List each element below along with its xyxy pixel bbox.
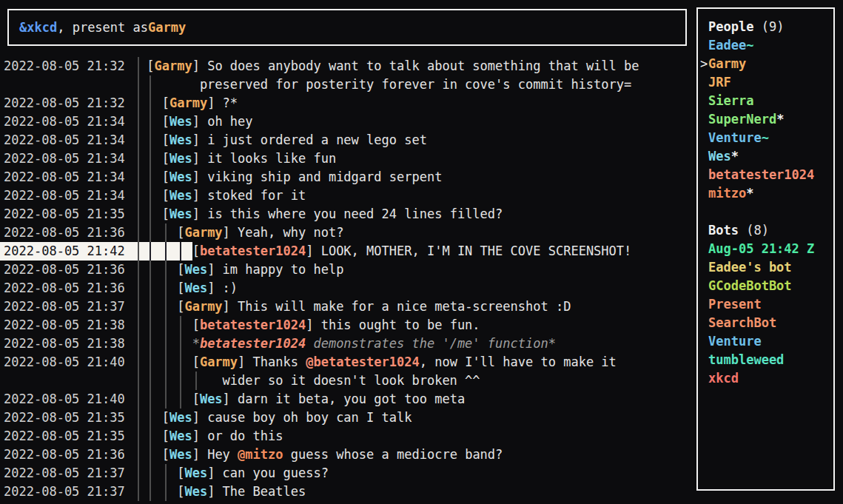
- chat-message-row[interactable]: 2022-08-05 21:35[Wes] or do this: [0, 427, 692, 446]
- indent-pad: [139, 298, 147, 316]
- bot-item-present[interactable]: Present: [700, 295, 833, 314]
- person-item-mitzo[interactable]: mitzo*: [700, 184, 833, 203]
- thread-indent-guide: [162, 242, 177, 261]
- chat-message-row[interactable]: 2022-08-05 21:36[Wes] :): [0, 279, 692, 298]
- thread-indent-guide: [162, 372, 177, 390]
- person-item-garmy[interactable]: >Garmy: [700, 55, 833, 73]
- indent-pad: [139, 149, 147, 168]
- person-item-jrf[interactable]: JRF: [700, 73, 833, 92]
- chat-message-row[interactable]: 2022-08-05 21:34[Wes] it looks like fun: [0, 149, 692, 168]
- chat-message-row[interactable]: 2022-08-05 21:34[Wes] viking ship and mi…: [0, 168, 692, 187]
- chat-message-row[interactable]: 2022-08-05 21:34[Wes] stoked for it: [0, 187, 692, 205]
- marker-spacer: [700, 314, 708, 332]
- person-item-venture[interactable]: Venture~: [700, 129, 833, 147]
- marker-spacer: [700, 277, 708, 295]
- bot-item-eadee-s-bot[interactable]: Eadee's bot: [700, 258, 833, 277]
- message-timestamp: 2022-08-05 21:42: [0, 242, 138, 261]
- message-text: [: [192, 392, 200, 406]
- bot-item-gcodebotbot[interactable]: GCodeBotBot: [700, 277, 833, 295]
- chat-message-row[interactable]: 2022-08-05 21:37[Wes] can you guess?: [0, 464, 692, 483]
- message-body: [Wes] it looks like fun: [138, 149, 692, 168]
- thread-indent-guide: [147, 131, 161, 149]
- chat-message-row[interactable]: 2022-08-05 21:36[Wes] im happy to help: [0, 261, 692, 279]
- person-name: Eadee: [708, 36, 746, 55]
- chat-message-row[interactable]: 2022-08-05 21:36[Wes] Hey @mitzo guess w…: [0, 446, 692, 464]
- marker-spacer: [700, 73, 708, 92]
- person-name: betatester1024: [708, 166, 814, 184]
- message-nick: Wes: [169, 410, 192, 425]
- thread-indent-guide: [177, 242, 192, 261]
- chat-message-row[interactable]: preserved for posterity forever in cove'…: [0, 75, 692, 94]
- bot-item-xkcd[interactable]: xkcd: [700, 369, 833, 388]
- thread-indent-guide: [162, 464, 177, 483]
- thread-indent-guide: [162, 224, 177, 242]
- chat-message-row[interactable]: 2022-08-05 21:38[betatester1024] this ou…: [0, 316, 692, 335]
- status-suffix: ~: [762, 129, 769, 147]
- bot-item-searchbot[interactable]: SearchBot: [700, 314, 833, 332]
- message-text: ] ?*: [207, 95, 238, 110]
- indent-pad: [139, 75, 147, 94]
- mention: @mitzo: [238, 447, 283, 462]
- marker-spacer: [700, 240, 708, 258]
- message-timestamp: 2022-08-05 21:34: [0, 149, 138, 168]
- message-text: ] :): [207, 280, 238, 295]
- person-item-betatester1024[interactable]: betatester1024: [700, 166, 833, 184]
- message-timestamp: 2022-08-05 21:35: [0, 409, 138, 427]
- chat-message-row[interactable]: 2022-08-05 21:36[Garmy] Yeah, why not?: [0, 224, 692, 242]
- indent-pad: [139, 131, 147, 149]
- message-body: [Wes] darn it beta, you got too meta: [138, 390, 692, 409]
- chat-message-row[interactable]: 2022-08-05 21:35[Wes] cause boy oh boy c…: [0, 409, 692, 427]
- chat-message-row[interactable]: 2022-08-05 21:37[Garmy] This will make f…: [0, 298, 692, 316]
- bot-item-tumbleweed[interactable]: tumbleweed: [700, 351, 833, 369]
- bots-title: Bots: [708, 221, 739, 240]
- message-text: ] LOOK, MOTHER, I'M IN THE COVE SCREENSH…: [306, 243, 631, 258]
- chat-message-row[interactable]: 2022-08-05 21:34[Wes] oh hey: [0, 112, 692, 131]
- person-item-supernerd[interactable]: SuperNerd*: [700, 110, 833, 129]
- bot-name: GCodeBotBot: [708, 277, 792, 295]
- chat-message-row[interactable]: wider so it doesn't look broken ^^: [0, 372, 692, 390]
- indent-pad: [139, 316, 147, 335]
- chat-message-row[interactable]: 2022-08-05 21:40[Wes] darn it beta, you …: [0, 390, 692, 409]
- chat-message-row-highlighted[interactable]: 2022-08-05 21:42[betatester1024] LOOK, M…: [0, 242, 692, 261]
- indent-pad: [139, 112, 147, 131]
- indent-pad: [139, 335, 147, 353]
- marker-spacer: [700, 369, 708, 388]
- person-item-wes[interactable]: Wes*: [700, 147, 833, 166]
- chat-message-row[interactable]: 2022-08-05 21:32[Garmy] So does anybody …: [0, 57, 692, 75]
- thread-indent-guide: [162, 483, 177, 501]
- message-text: [: [147, 58, 154, 73]
- message-body: [Wes] im happy to help: [138, 261, 692, 279]
- chat-message-row[interactable]: 2022-08-05 21:34[Wes] i just ordered a n…: [0, 131, 692, 149]
- person-item-eadee[interactable]: Eadee~: [700, 36, 833, 55]
- person-name: Garmy: [708, 55, 746, 73]
- chat-message-row[interactable]: 2022-08-05 21:37[Wes] The Beatles: [0, 483, 692, 501]
- person-name: Venture: [708, 129, 762, 147]
- message-text: ] is this where you need 24 lines filled…: [192, 206, 503, 221]
- thread-indent-guide: [177, 316, 192, 335]
- message-body: [Wes] is this where you need 24 lines fi…: [138, 205, 692, 224]
- indent-pad: [139, 57, 147, 75]
- bot-item-aug-05-21-42-z[interactable]: Aug-05 21:42 Z: [700, 240, 833, 258]
- message-timestamp: 2022-08-05 21:34: [0, 168, 138, 187]
- message-body: [Garmy] Yeah, why not?: [138, 224, 692, 242]
- message-nick: Garmy: [200, 355, 238, 369]
- message-timestamp: 2022-08-05 21:37: [0, 464, 138, 483]
- message-nick: betatester1024: [200, 317, 306, 332]
- sidebar-spacer: [700, 203, 833, 221]
- bot-item-venture[interactable]: Venture: [700, 332, 833, 351]
- indent-pad: [139, 446, 147, 464]
- chat-message-row[interactable]: 2022-08-05 21:38*betatester1024 demonstr…: [0, 335, 692, 353]
- thread-indent-guide: [147, 335, 161, 353]
- person-item-sierra[interactable]: Sierra: [700, 92, 833, 110]
- thread-indent-guide: [147, 187, 161, 205]
- bot-name: Present: [708, 295, 762, 314]
- current-user-marker: >: [700, 55, 708, 73]
- message-text: ] i just ordered a new lego set: [192, 132, 427, 147]
- thread-indent-guide: [147, 446, 161, 464]
- message-body: wider so it doesn't look broken ^^: [138, 372, 692, 390]
- chat-message-row[interactable]: 2022-08-05 21:40[Garmy] Thanks @betatest…: [0, 353, 692, 372]
- chat-message-row[interactable]: 2022-08-05 21:35[Wes] is this where you …: [0, 205, 692, 224]
- message-timestamp: 2022-08-05 21:37: [0, 483, 138, 501]
- chat-message-row[interactable]: 2022-08-05 21:32[Garmy] ?*: [0, 94, 692, 112]
- message-body: [Wes] can you guess?: [138, 464, 692, 483]
